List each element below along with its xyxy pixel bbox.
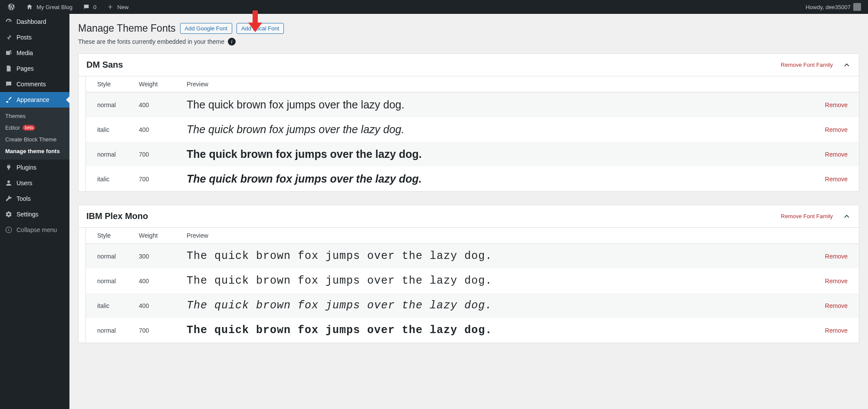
preview-text: The quick brown fox jumps over the lazy …	[187, 299, 492, 312]
add-local-font-button[interactable]: Add Local Font	[237, 23, 284, 34]
menu-label: Settings	[16, 211, 39, 218]
new-label: New	[117, 4, 128, 10]
add-google-font-button[interactable]: Add Google Font	[180, 23, 232, 34]
variant-remove-cell: Remove	[811, 142, 859, 167]
font-variant-row: normal700The quick brown fox jumps over …	[86, 318, 859, 343]
dashboard-icon	[4, 17, 13, 26]
font-family-card: IBM Plex MonoRemove Font FamilyStyleWeig…	[78, 205, 859, 343]
collapse-toggle[interactable]	[842, 61, 851, 69]
font-variant-row: normal400The quick brown fox jumps over …	[86, 92, 859, 118]
wordpress-icon	[7, 3, 16, 11]
submenu-create-block-theme[interactable]: Create Block Theme	[0, 134, 69, 145]
pages-icon	[4, 64, 13, 73]
variant-weight: 400	[134, 268, 181, 293]
col-preview: Preview	[181, 76, 811, 92]
submenu-editor[interactable]: Editor beta	[0, 122, 69, 134]
variant-style: normal	[86, 92, 134, 118]
remove-variant-link[interactable]: Remove	[825, 101, 848, 108]
menu-users[interactable]: Users	[0, 175, 69, 191]
menu-plugins[interactable]: Plugins	[0, 160, 69, 175]
media-icon	[4, 49, 13, 57]
variant-remove-cell: Remove	[811, 117, 859, 142]
font-variant-table: StyleWeightPreviewnormal300The quick bro…	[86, 228, 859, 343]
wp-logo-link[interactable]	[3, 0, 19, 14]
variant-remove-cell: Remove	[811, 244, 859, 269]
comment-icon	[4, 80, 13, 88]
menu-settings[interactable]: Settings	[0, 206, 69, 222]
menu-media[interactable]: Media	[0, 45, 69, 61]
preview-text: The quick brown fox jumps over the lazy …	[187, 123, 404, 135]
submenu-manage-theme-fonts[interactable]: Manage theme fonts	[0, 145, 69, 157]
plus-icon	[106, 3, 115, 11]
font-family-name: DM Sans	[86, 60, 781, 70]
variant-remove-cell: Remove	[811, 318, 859, 343]
menu-pages[interactable]: Pages	[0, 61, 69, 76]
remove-variant-link[interactable]: Remove	[825, 253, 848, 260]
variant-preview: The quick brown fox jumps over the lazy …	[181, 92, 811, 118]
comments-link[interactable]: 0	[79, 0, 100, 14]
variant-style: normal	[86, 142, 134, 167]
new-content-link[interactable]: New	[102, 0, 132, 14]
preview-text: The quick brown fox jumps over the lazy …	[187, 275, 492, 287]
variant-weight: 700	[134, 318, 181, 343]
beta-badge: beta	[23, 125, 35, 131]
submenu-themes[interactable]: Themes	[0, 110, 69, 122]
font-variant-row: italic400The quick brown fox jumps over …	[86, 117, 859, 142]
menu-posts[interactable]: Posts	[0, 29, 69, 45]
variant-style: italic	[86, 167, 134, 191]
variant-weight: 400	[134, 293, 181, 318]
remove-variant-link[interactable]: Remove	[825, 126, 848, 133]
menu-label: Tools	[16, 195, 31, 202]
font-family-name: IBM Plex Mono	[86, 211, 781, 221]
variant-weight: 700	[134, 142, 181, 167]
pin-icon	[4, 33, 13, 42]
settings-icon	[4, 210, 13, 219]
submenu-label: Themes	[5, 113, 26, 119]
collapse-icon	[4, 226, 13, 234]
menu-comments[interactable]: Comments	[0, 76, 69, 92]
subhead-text: These are the fonts currently embedded i…	[78, 38, 224, 45]
variant-weight: 700	[134, 167, 181, 191]
variant-preview: The quick brown fox jumps over the lazy …	[181, 293, 811, 318]
remove-font-family-link[interactable]: Remove Font Family	[781, 213, 833, 219]
menu-label: Plugins	[16, 164, 36, 171]
page-subhead: These are the fonts currently embedded i…	[78, 38, 859, 46]
submenu-label: Manage theme fonts	[5, 148, 60, 154]
preview-text: The quick brown fox jumps over the lazy …	[187, 324, 492, 337]
remove-variant-link[interactable]: Remove	[825, 327, 848, 334]
my-account-link[interactable]: Howdy, dee35007	[802, 0, 865, 14]
font-family-card: DM SansRemove Font FamilyStyleWeightPrev…	[78, 53, 859, 192]
remove-variant-link[interactable]: Remove	[825, 151, 848, 158]
menu-label: Appearance	[16, 96, 49, 103]
remove-variant-link[interactable]: Remove	[825, 278, 848, 285]
variant-preview: The quick brown fox jumps over the lazy …	[181, 244, 811, 269]
col-remove	[811, 228, 859, 244]
menu-dashboard[interactable]: Dashboard	[0, 14, 69, 29]
col-style: Style	[86, 228, 134, 244]
remove-variant-link[interactable]: Remove	[825, 302, 848, 309]
remove-variant-link[interactable]: Remove	[825, 176, 848, 183]
site-name-link[interactable]: My Great Blog	[22, 0, 76, 14]
page-title: Manage Theme Fonts	[78, 23, 176, 34]
variant-remove-cell: Remove	[811, 268, 859, 293]
submenu-label: Editor	[5, 124, 20, 131]
remove-font-family-link[interactable]: Remove Font Family	[781, 62, 833, 68]
menu-tools[interactable]: Tools	[0, 191, 69, 206]
chevron-up-icon	[842, 212, 851, 221]
col-preview: Preview	[181, 228, 811, 244]
preview-text: The quick brown fox jumps over the lazy …	[187, 148, 422, 160]
font-family-header: DM SansRemove Font Family	[79, 54, 859, 76]
chevron-up-icon	[842, 61, 851, 69]
preview-text: The quick brown fox jumps over the lazy …	[187, 173, 422, 185]
font-variant-row: normal700The quick brown fox jumps over …	[86, 142, 859, 167]
collapse-toggle[interactable]	[842, 212, 851, 221]
col-style: Style	[86, 76, 134, 92]
menu-label: Dashboard	[16, 18, 46, 25]
menu-collapse[interactable]: Collapse menu	[0, 222, 69, 238]
info-icon[interactable]: i	[228, 38, 236, 46]
variant-style: normal	[86, 268, 134, 293]
font-family-header: IBM Plex MonoRemove Font Family	[79, 205, 859, 228]
plugin-icon	[4, 163, 13, 172]
col-weight: Weight	[134, 76, 181, 92]
menu-appearance[interactable]: Appearance	[0, 92, 69, 108]
